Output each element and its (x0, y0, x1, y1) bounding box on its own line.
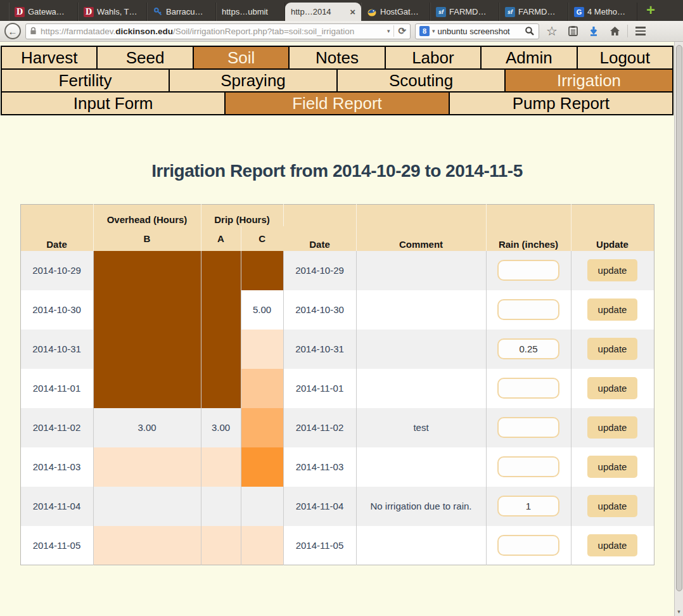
heat-cell-c (241, 369, 283, 408)
tab-label: FARMD… (518, 7, 562, 16)
nav-tab-notes[interactable]: Notes (288, 46, 385, 70)
nav-tab-field-report[interactable]: Field Report (224, 91, 449, 115)
nav-tab-seed[interactable]: Seed (96, 46, 193, 70)
comment-cell (356, 447, 486, 487)
date-cell: 2014-10-31 (20, 330, 93, 369)
magnifier-icon[interactable] (525, 26, 535, 36)
page-title: Irrigation Report from 2014-10-29 to 201… (0, 161, 674, 181)
search-engine-dropdown-icon[interactable]: ▾ (432, 28, 435, 34)
rain-cell (486, 526, 571, 565)
rain-cell (486, 251, 571, 290)
update-button[interactable]: update (587, 338, 638, 360)
tab-label: Wahls, T… (97, 7, 141, 16)
date-cell: 2014-10-30 (20, 290, 93, 330)
browser-tab-methods[interactable]: G 4 Metho… (568, 3, 637, 21)
browser-tab-wahls[interactable]: D Wahls, T… (78, 3, 147, 21)
rain-input[interactable] (497, 417, 559, 438)
nav-tab-scouting[interactable]: Scouting (336, 68, 506, 93)
table-row: 2014-10-30 5.00 2014-10-30 update (20, 290, 654, 330)
nav-tab-labor[interactable]: Labor (385, 46, 482, 70)
update-button[interactable]: update (587, 416, 638, 439)
date-cell-right: 2014-10-29 (283, 251, 356, 290)
search-bar[interactable]: 8 ▾ unbuntu screenshot (415, 23, 539, 39)
heat-cell-a: 3.00 (201, 408, 241, 447)
heat-cell-c (241, 447, 283, 487)
heat-cell-b (93, 487, 201, 526)
update-button[interactable]: update (587, 495, 638, 517)
nav-tab-input-form[interactable]: Input Form (1, 91, 226, 115)
hamburger-menu-icon[interactable] (632, 27, 649, 35)
nav-tab-harvest[interactable]: Harvest (1, 46, 98, 70)
heat-cell-c (241, 526, 283, 565)
nav-tab-pump-report[interactable]: Pump Report (449, 91, 673, 115)
update-button[interactable]: update (587, 298, 638, 321)
browser-tab-submit[interactable]: https…ubmit (216, 3, 285, 21)
scrollbar-down-arrow-icon[interactable]: ▾ (675, 608, 683, 615)
browser-tab-farmdata-2[interactable]: sf FARMD… (499, 3, 568, 21)
comment-cell (356, 330, 486, 369)
rain-input[interactable] (497, 260, 559, 281)
tab-close-icon[interactable]: × (348, 6, 355, 17)
bookmark-star-icon[interactable]: ☆ (544, 23, 560, 39)
col-header-field-a: A (201, 226, 241, 251)
rain-cell (486, 369, 571, 408)
rain-input[interactable] (497, 496, 559, 517)
scrollbar-thumb[interactable] (676, 45, 682, 591)
browser-tab-gateway[interactable]: D Gatewa… (9, 3, 78, 21)
update-cell: update (571, 330, 654, 369)
bookmarks-menu-icon[interactable] (565, 25, 581, 37)
nav-tab-soil[interactable]: Soil (193, 46, 290, 70)
table-row: 2014-11-04 2014-11-04 No irrigation due … (20, 487, 654, 526)
heat-cell-a (201, 526, 241, 565)
heat-cell-a (201, 369, 241, 408)
update-button[interactable]: update (587, 259, 638, 281)
browser-tab-hostgator[interactable]: HostGat… (361, 3, 430, 21)
date-cell: 2014-11-02 (20, 408, 93, 447)
comment-cell (356, 369, 486, 408)
nav-tab-irrigation[interactable]: Irrigation (504, 68, 673, 93)
comment-cell: No irrigation due to rain. (356, 487, 486, 526)
tab-label: https…ubmit (222, 7, 279, 16)
reload-icon[interactable]: ⟳ (393, 25, 406, 37)
back-button[interactable]: ← (4, 23, 21, 39)
nav-tab-fertility[interactable]: Fertility (1, 68, 170, 93)
nav-tab-admin[interactable]: Admin (480, 46, 577, 70)
heat-cell-b (93, 251, 201, 290)
heat-cell-b (93, 330, 201, 369)
table-row: 2014-11-02 3.00 3.00 2014-11-02 test upd… (20, 408, 654, 447)
downloads-icon[interactable] (585, 25, 602, 37)
browser-tab-farmdata-1[interactable]: sf FARMD… (430, 3, 499, 21)
heat-cell-c (241, 408, 283, 447)
dickinson-favicon-icon: D (84, 7, 94, 17)
home-icon[interactable] (606, 25, 623, 37)
page-scrollbar[interactable]: ▾ (674, 42, 683, 616)
update-button[interactable]: update (587, 534, 638, 556)
irrigation-report-table: Date Overhead (Hours) Drip (Hours) Date … (20, 204, 654, 565)
tab-label: Barracu… (166, 7, 210, 16)
update-cell: update (571, 290, 654, 330)
url-dropdown-icon[interactable]: ▾ (387, 28, 390, 34)
heat-cell-b (93, 369, 201, 408)
rain-input[interactable] (497, 338, 559, 359)
col-header-rain: Rain (inches) (486, 205, 571, 251)
nav-tab-logout[interactable]: Logout (577, 46, 673, 70)
date-cell-right: 2014-11-01 (283, 369, 356, 408)
new-tab-button[interactable]: + (637, 1, 664, 20)
date-cell: 2014-11-03 (20, 447, 93, 487)
update-button[interactable]: update (587, 377, 638, 399)
url-bar[interactable]: https://farmdatadev.dickinson.edu/Soil/i… (25, 23, 411, 39)
nav-tab-spraying[interactable]: Spraying (169, 68, 338, 93)
browser-tab-barracuda[interactable]: Barracu… (147, 3, 216, 21)
page-content: Harvest Seed Soil Notes Labor Admin Logo… (0, 42, 674, 565)
browser-tab-active[interactable]: http…2014 × (285, 3, 361, 21)
search-input[interactable]: unbuntu screenshot (438, 27, 522, 36)
comment-cell (356, 290, 486, 330)
rain-input[interactable] (497, 535, 559, 556)
update-button[interactable]: update (587, 456, 638, 478)
heat-cell-c (241, 487, 283, 526)
rain-input[interactable] (497, 378, 559, 399)
toolbar-divider (627, 25, 628, 37)
date-cell: 2014-10-29 (20, 251, 93, 290)
rain-input[interactable] (497, 456, 559, 477)
rain-input[interactable] (497, 299, 559, 320)
